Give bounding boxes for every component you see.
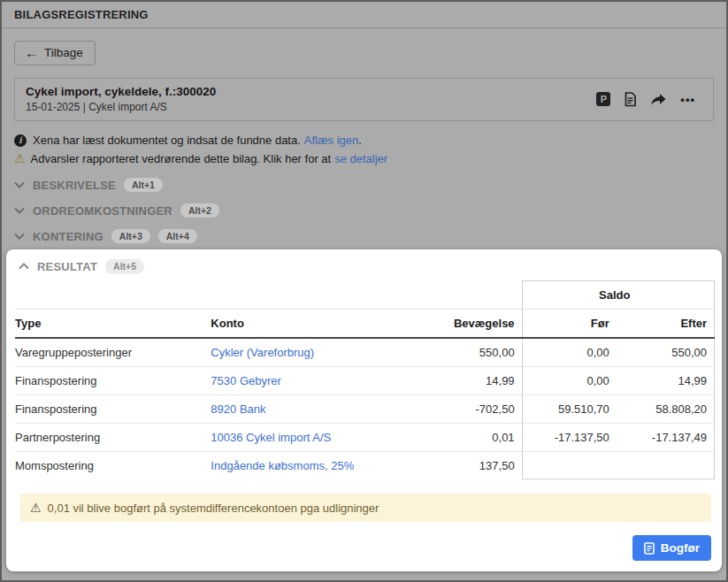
table-row: Partnerpostering 10036 Cykel import A/S … bbox=[15, 423, 715, 451]
row-saldo-foer bbox=[522, 451, 617, 479]
info-icon: i bbox=[14, 134, 27, 147]
post-button-label: Bogfør bbox=[661, 541, 700, 555]
shortcut-badge: Alt+2 bbox=[180, 203, 219, 218]
saldo-spacer-cell bbox=[15, 280, 522, 309]
shortcut-badge: Alt+3 bbox=[111, 229, 150, 244]
section-resultat-label: RESULTAT bbox=[37, 260, 97, 273]
saldo-group-header-row: Saldo bbox=[15, 280, 715, 309]
page-title-bar: BILAGSREGISTRERING bbox=[2, 2, 726, 28]
row-saldo-efter bbox=[617, 451, 715, 479]
table-row: Finanspostering 7530 Gebyrer 14,99 0,00 … bbox=[15, 366, 715, 394]
info-message-suffix: . bbox=[358, 131, 362, 149]
view-document-button[interactable] bbox=[624, 92, 637, 107]
row-bevaegelse: -702,50 bbox=[400, 394, 522, 423]
row-bevaegelse: 14,99 bbox=[400, 366, 522, 394]
table-row: Momspostering Indgående købsmoms, 25% 13… bbox=[15, 451, 715, 479]
back-button-label: Tilbage bbox=[44, 46, 83, 59]
see-details-link[interactable]: se detaljer bbox=[334, 149, 387, 168]
row-saldo-efter: 58.808,20 bbox=[617, 394, 715, 423]
table-row: Varegruppeposteringer Cykler (Vareforbru… bbox=[15, 338, 715, 367]
document-title: Cykel import, cykeldele, f.:300020 bbox=[26, 85, 216, 98]
result-footer: Bogfør bbox=[15, 535, 715, 561]
result-panel: RESULTAT Alt+5 Saldo Type Konto Bevægels… bbox=[6, 249, 722, 571]
column-header-konto: Konto bbox=[211, 309, 399, 338]
chevron-up-icon bbox=[19, 263, 29, 270]
warning-triangle-icon: ⚠ bbox=[14, 149, 26, 168]
shortcut-badge: Alt+5 bbox=[105, 259, 144, 274]
warning-message: ⚠ Advarsler rapporteret vedrørende dette… bbox=[14, 149, 714, 168]
section-kontering-label: KONTERING bbox=[33, 230, 103, 243]
row-saldo-efter: 550,00 bbox=[617, 338, 715, 367]
row-saldo-efter: 14,99 bbox=[617, 366, 715, 394]
main-content: ← Tilbage Cykel import, cykeldele, f.:30… bbox=[2, 28, 726, 571]
column-header-bevaegelse: Bevægelse bbox=[400, 309, 522, 338]
row-type: Finanspostering bbox=[15, 366, 211, 394]
chevron-down-icon bbox=[14, 181, 25, 188]
section-beskrivelse-label: BESKRIVELSE bbox=[33, 179, 116, 192]
document-card: Cykel import, cykeldele, f.:300020 15-01… bbox=[14, 78, 714, 121]
info-message-text: Xena har læst dokumentet og indsat de fu… bbox=[33, 131, 301, 149]
saldo-group-header: Saldo bbox=[522, 280, 714, 309]
row-saldo-foer: 59.510,70 bbox=[522, 394, 617, 423]
section-resultat[interactable]: RESULTAT Alt+5 bbox=[15, 257, 715, 274]
column-header-type: Type bbox=[15, 309, 211, 338]
chevron-down-icon bbox=[14, 207, 25, 214]
row-type: Varegruppeposteringer bbox=[15, 338, 211, 367]
row-saldo-foer: -17.137,50 bbox=[522, 423, 617, 451]
parked-icon: P bbox=[596, 92, 610, 106]
column-header-foer: Før bbox=[522, 309, 617, 338]
document-info: Cykel import, cykeldele, f.:300020 15-01… bbox=[26, 85, 216, 113]
konto-link[interactable]: Cykler (Vareforbrug) bbox=[211, 346, 314, 359]
shortcut-badge: Alt+1 bbox=[124, 178, 163, 193]
section-beskrivelse[interactable]: BESKRIVELSE Alt+1 bbox=[14, 176, 714, 194]
row-type: Finanspostering bbox=[15, 394, 211, 423]
konto-link[interactable]: 8920 Bank bbox=[211, 402, 265, 416]
document-icon bbox=[624, 92, 637, 107]
row-bevaegelse: 550,00 bbox=[400, 338, 522, 367]
system-difference-warning-text: 0,01 vil blive bogført på systemdifferen… bbox=[48, 502, 379, 515]
column-header-efter: Efter bbox=[617, 309, 715, 338]
info-message: i Xena har læst dokumentet og indsat de … bbox=[14, 131, 714, 149]
park-voucher-button[interactable]: P bbox=[596, 92, 610, 106]
row-bevaegelse: 137,50 bbox=[400, 451, 522, 479]
table-row: Finanspostering 8920 Bank -702,50 59.510… bbox=[15, 394, 715, 423]
bilagsregistrering-screen: BILAGSREGISTRERING ← Tilbage Cykel impor… bbox=[0, 0, 728, 582]
konto-link[interactable]: Indgående købsmoms, 25% bbox=[211, 459, 354, 472]
row-saldo-foer: 0,00 bbox=[522, 338, 617, 367]
document-subtitle: 15-01-2025 | Cykel import A/S bbox=[26, 101, 216, 113]
system-difference-warning: ⚠ 0,01 vil blive bogført på systemdiffer… bbox=[20, 494, 711, 522]
row-type: Momspostering bbox=[15, 451, 211, 479]
section-kontering[interactable]: KONTERING Alt+3 Alt+4 bbox=[14, 227, 714, 245]
share-forward-button[interactable] bbox=[650, 92, 667, 106]
share-arrow-icon bbox=[650, 92, 667, 106]
chevron-down-icon bbox=[14, 233, 25, 240]
column-header-row: Type Konto Bevægelse Før Efter bbox=[15, 309, 715, 338]
post-button[interactable]: Bogfør bbox=[632, 535, 711, 561]
row-type: Partnerpostering bbox=[15, 423, 211, 451]
warning-triangle-icon: ⚠ bbox=[30, 501, 42, 515]
post-document-icon bbox=[644, 542, 655, 555]
document-actions: P ••• bbox=[596, 92, 702, 107]
status-messages: i Xena har læst dokumentet og indsat de … bbox=[14, 131, 714, 168]
row-bevaegelse: 0,01 bbox=[400, 423, 522, 451]
section-ordreomkostninger[interactable]: ORDREOMKOSTNINGER Alt+2 bbox=[14, 202, 714, 219]
section-ordreomkostninger-label: ORDREOMKOSTNINGER bbox=[33, 204, 172, 218]
konto-link[interactable]: 7530 Gebyrer bbox=[211, 374, 281, 387]
konto-link[interactable]: 10036 Cykel import A/S bbox=[211, 431, 331, 444]
result-table: Saldo Type Konto Bevægelse Før Efter Var… bbox=[15, 280, 715, 480]
warning-message-text: Advarsler rapporteret vedrørende dette b… bbox=[31, 149, 332, 168]
row-saldo-foer: 0,00 bbox=[522, 366, 617, 394]
more-options-button[interactable]: ••• bbox=[680, 93, 695, 106]
back-arrow-icon: ← bbox=[25, 47, 38, 58]
page-title: BILAGSREGISTRERING bbox=[14, 8, 149, 21]
shortcut-badge: Alt+4 bbox=[158, 229, 197, 244]
row-saldo-efter: -17.137,49 bbox=[617, 423, 715, 451]
back-button[interactable]: ← Tilbage bbox=[14, 41, 96, 65]
reread-link[interactable]: Aflæs igen bbox=[304, 131, 358, 149]
